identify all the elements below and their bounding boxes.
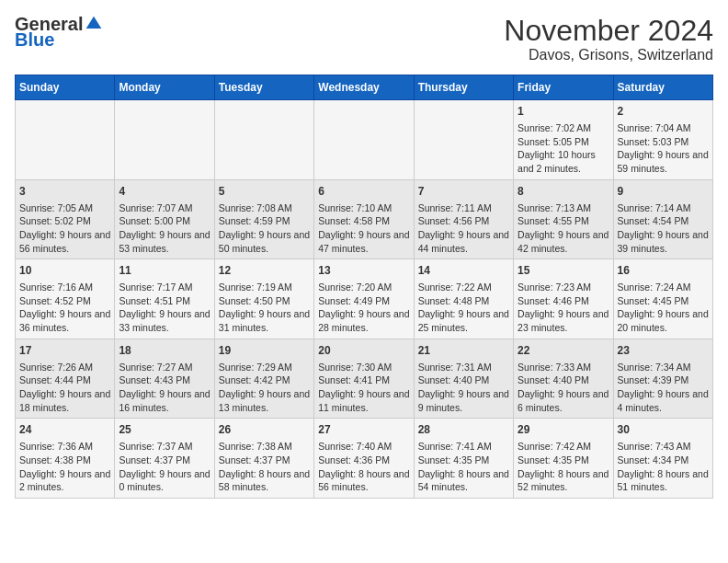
day-info: Sunset: 5:03 PM: [618, 135, 709, 149]
header-monday: Monday: [115, 75, 214, 100]
day-info: Sunrise: 7:07 AM: [119, 201, 210, 215]
day-info: Sunset: 4:59 PM: [219, 214, 310, 228]
calendar-cell: 24Sunrise: 7:36 AMSunset: 4:38 PMDayligh…: [16, 419, 115, 499]
calendar-cell: 1Sunrise: 7:02 AMSunset: 5:05 PMDaylight…: [514, 100, 613, 180]
day-info: Sunrise: 7:31 AM: [418, 361, 509, 374]
title-area: November 2024 Davos, Grisons, Switzerlan…: [504, 15, 713, 63]
calendar-cell: 9Sunrise: 7:14 AMSunset: 4:54 PMDaylight…: [613, 179, 712, 259]
calendar-cell: 27Sunrise: 7:40 AMSunset: 4:36 PMDayligh…: [314, 419, 414, 499]
day-number: 28: [418, 422, 509, 438]
header: General Blue November 2024 Davos, Grison…: [15, 15, 713, 63]
day-info: Daylight: 9 hours and 36 minutes.: [19, 307, 110, 334]
calendar-cell: 28Sunrise: 7:41 AMSunset: 4:35 PMDayligh…: [414, 419, 513, 499]
day-info: Daylight: 9 hours and 6 minutes.: [518, 387, 609, 414]
calendar-cell: 23Sunrise: 7:34 AMSunset: 4:39 PMDayligh…: [613, 339, 712, 419]
day-info: Sunset: 4:35 PM: [418, 454, 509, 467]
day-info: Sunrise: 7:19 AM: [219, 281, 310, 294]
day-info: Sunrise: 7:13 AM: [518, 201, 609, 215]
day-info: Sunset: 4:56 PM: [418, 214, 509, 228]
calendar-cell: 2Sunrise: 7:04 AMSunset: 5:03 PMDaylight…: [613, 100, 712, 180]
day-info: Sunset: 4:38 PM: [19, 454, 110, 467]
day-info: Sunset: 4:37 PM: [119, 454, 210, 467]
day-info: Daylight: 9 hours and 59 minutes.: [618, 148, 709, 175]
day-number: 12: [219, 263, 310, 279]
day-info: Daylight: 9 hours and 13 minutes.: [219, 387, 310, 414]
day-info: Sunrise: 7:36 AM: [19, 440, 110, 454]
location-title: Davos, Grisons, Switzerland: [504, 47, 713, 63]
day-number: 1: [518, 104, 609, 120]
calendar-cell: 3Sunrise: 7:05 AMSunset: 5:02 PMDaylight…: [16, 179, 115, 259]
day-number: 29: [518, 422, 609, 438]
day-info: Sunset: 4:50 PM: [219, 294, 310, 308]
day-number: 6: [318, 184, 409, 200]
day-info: Sunset: 5:00 PM: [119, 214, 210, 228]
day-number: 2: [618, 104, 709, 120]
day-number: 7: [418, 184, 509, 200]
day-number: 5: [219, 184, 310, 200]
day-info: Daylight: 9 hours and 39 minutes.: [618, 228, 709, 255]
day-info: Sunrise: 7:37 AM: [119, 440, 210, 454]
calendar-week-row: 17Sunrise: 7:26 AMSunset: 4:44 PMDayligh…: [16, 339, 713, 419]
day-info: Daylight: 8 hours and 54 minutes.: [418, 467, 509, 494]
day-info: Daylight: 9 hours and 9 minutes.: [418, 387, 509, 414]
header-saturday: Saturday: [613, 75, 712, 100]
day-info: Daylight: 8 hours and 52 minutes.: [518, 467, 609, 494]
day-info: Sunrise: 7:08 AM: [219, 201, 310, 215]
day-number: 20: [318, 343, 409, 359]
day-info: Daylight: 9 hours and 31 minutes.: [219, 307, 310, 334]
day-info: Daylight: 9 hours and 25 minutes.: [418, 307, 509, 334]
day-info: Sunrise: 7:43 AM: [618, 440, 709, 454]
header-sunday: Sunday: [16, 75, 115, 100]
calendar-cell: 26Sunrise: 7:38 AMSunset: 4:37 PMDayligh…: [214, 419, 313, 499]
day-info: Sunset: 4:40 PM: [418, 373, 509, 387]
calendar-cell: [16, 100, 115, 180]
calendar-cell: 18Sunrise: 7:27 AMSunset: 4:43 PMDayligh…: [115, 339, 214, 419]
day-number: 13: [318, 263, 409, 279]
day-info: Daylight: 9 hours and 2 minutes.: [19, 467, 110, 494]
calendar-cell: 14Sunrise: 7:22 AMSunset: 4:48 PMDayligh…: [414, 259, 513, 339]
day-info: Sunset: 4:48 PM: [418, 294, 509, 308]
day-info: Sunset: 4:54 PM: [618, 214, 709, 228]
day-info: Sunset: 4:35 PM: [518, 454, 609, 467]
calendar-week-row: 1Sunrise: 7:02 AMSunset: 5:05 PMDaylight…: [16, 100, 713, 180]
calendar-cell: [115, 100, 214, 180]
day-info: Sunrise: 7:33 AM: [518, 361, 609, 374]
day-info: Sunrise: 7:40 AM: [318, 440, 409, 454]
day-number: 21: [418, 343, 509, 359]
day-info: Sunset: 4:34 PM: [618, 454, 709, 467]
day-info: Sunset: 4:58 PM: [318, 214, 409, 228]
day-info: Daylight: 10 hours and 2 minutes.: [518, 148, 609, 175]
day-number: 17: [19, 343, 110, 359]
day-number: 24: [19, 422, 110, 438]
day-info: Sunset: 4:52 PM: [19, 294, 110, 308]
day-info: Daylight: 9 hours and 44 minutes.: [418, 228, 509, 255]
day-info: Sunrise: 7:11 AM: [418, 201, 509, 215]
day-info: Daylight: 8 hours and 58 minutes.: [219, 467, 310, 494]
day-info: Daylight: 9 hours and 20 minutes.: [618, 307, 709, 334]
day-number: 27: [318, 422, 409, 438]
calendar-cell: 29Sunrise: 7:42 AMSunset: 4:35 PMDayligh…: [514, 419, 613, 499]
day-number: 25: [119, 422, 210, 438]
calendar-cell: [214, 100, 313, 180]
calendar-cell: 11Sunrise: 7:17 AMSunset: 4:51 PMDayligh…: [115, 259, 214, 339]
day-info: Daylight: 8 hours and 51 minutes.: [618, 467, 709, 494]
day-info: Sunset: 4:36 PM: [318, 454, 409, 467]
calendar-cell: 16Sunrise: 7:24 AMSunset: 4:45 PMDayligh…: [613, 259, 712, 339]
day-info: Sunset: 4:45 PM: [618, 294, 709, 308]
header-wednesday: Wednesday: [314, 75, 414, 100]
calendar-cell: 13Sunrise: 7:20 AMSunset: 4:49 PMDayligh…: [314, 259, 414, 339]
day-info: Sunrise: 7:14 AM: [618, 201, 709, 215]
day-number: 9: [618, 184, 709, 200]
day-info: Sunrise: 7:29 AM: [219, 361, 310, 374]
day-info: Daylight: 8 hours and 56 minutes.: [318, 467, 409, 494]
day-info: Sunrise: 7:30 AM: [318, 361, 409, 374]
day-info: Sunrise: 7:34 AM: [618, 361, 709, 374]
day-info: Sunrise: 7:26 AM: [19, 361, 110, 374]
day-info: Sunrise: 7:23 AM: [518, 281, 609, 294]
calendar-cell: 4Sunrise: 7:07 AMSunset: 5:00 PMDaylight…: [115, 179, 214, 259]
day-info: Daylight: 9 hours and 28 minutes.: [318, 307, 409, 334]
day-info: Sunset: 5:05 PM: [518, 135, 609, 149]
day-info: Sunrise: 7:20 AM: [318, 281, 409, 294]
calendar-cell: 5Sunrise: 7:08 AMSunset: 4:59 PMDaylight…: [214, 179, 313, 259]
calendar-cell: 30Sunrise: 7:43 AMSunset: 4:34 PMDayligh…: [613, 419, 712, 499]
